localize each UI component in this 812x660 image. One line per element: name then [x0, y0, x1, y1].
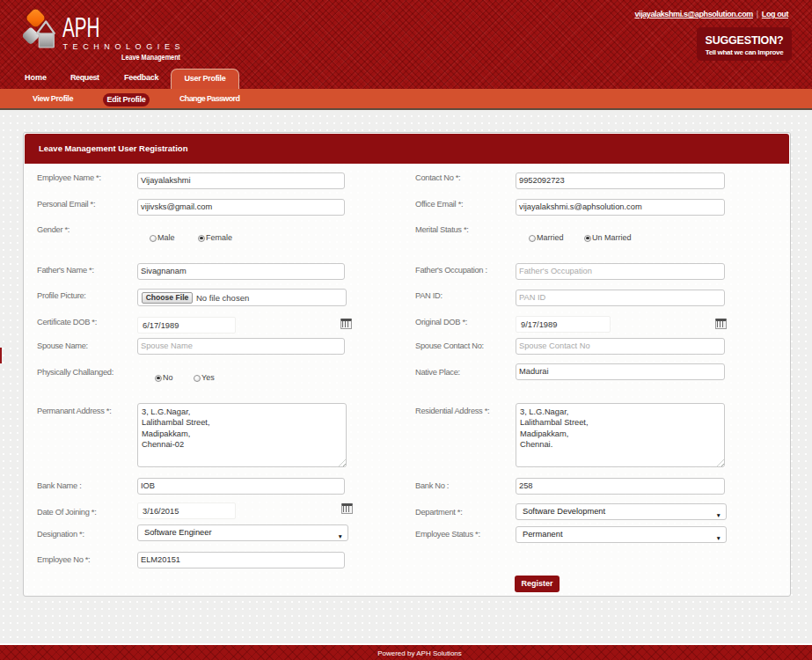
- svg-text:Leave Management: Leave Management: [121, 52, 181, 62]
- svg-text:TECHNOLOGIES: TECHNOLOGIES: [63, 42, 180, 51]
- svg-text:APH: APH: [62, 12, 100, 43]
